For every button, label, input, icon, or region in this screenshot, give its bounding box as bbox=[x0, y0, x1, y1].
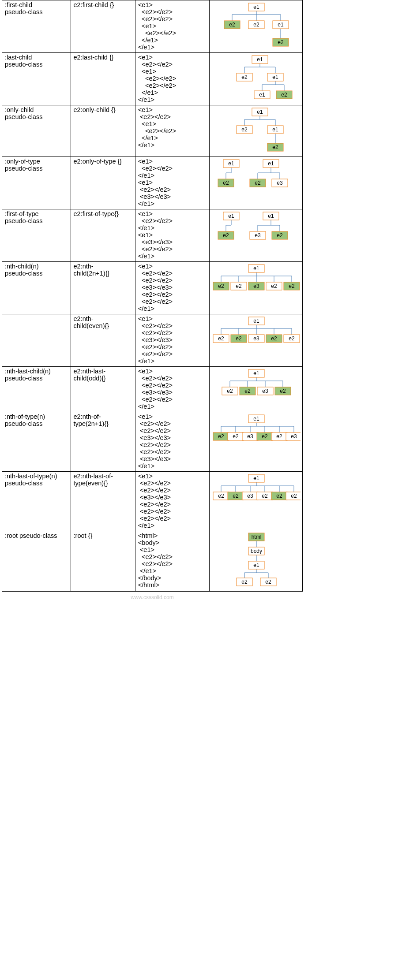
svg-text:e2: e2 bbox=[289, 335, 295, 342]
svg-text:e2: e2 bbox=[271, 335, 277, 342]
svg-text:e2: e2 bbox=[255, 180, 261, 186]
diagram-cell: e1e1e2e3e2 bbox=[209, 209, 302, 262]
svg-text:e2: e2 bbox=[241, 127, 248, 133]
svg-text:e2: e2 bbox=[218, 283, 224, 289]
diagram-cell: e1e2e2e3e2e2e3 bbox=[209, 412, 302, 472]
svg-text:e1: e1 bbox=[278, 22, 284, 28]
svg-text:e2: e2 bbox=[223, 232, 229, 238]
selector-name-cell: :only-of-type pseudo-class bbox=[2, 157, 71, 209]
table-row: :nth-child(n) pseudo-classe2:nth- child(… bbox=[2, 262, 303, 314]
markup-cell: <e1> <e2></e2> </e1> <e1> <e3></e3> <e2>… bbox=[135, 209, 209, 262]
table-row: :last-child pseudo-classe2:last-child {}… bbox=[2, 53, 303, 105]
selector-name-cell: :last-child pseudo-class bbox=[2, 53, 71, 105]
svg-text:e2: e2 bbox=[241, 74, 248, 80]
table-row: :only-child pseudo-classe2:only-child {}… bbox=[2, 105, 303, 157]
diagram-cell: e1e2e1e2 bbox=[209, 105, 302, 157]
svg-text:e1: e1 bbox=[253, 562, 259, 568]
table-row: :nth-last-child(n) pseudo-classe2:nth-la… bbox=[2, 367, 303, 412]
diagram-cell: e1e1e2e2e3 bbox=[209, 157, 302, 209]
svg-text:e3: e3 bbox=[262, 388, 268, 394]
syntax-cell: e2:only-of-type {} bbox=[71, 157, 135, 209]
svg-text:e1: e1 bbox=[253, 265, 259, 272]
svg-text:e3: e3 bbox=[255, 232, 261, 238]
table-row: e2:nth- child(even){}<e1> <e2></e2> <e2>… bbox=[2, 314, 303, 367]
svg-text:e2: e2 bbox=[218, 433, 224, 440]
syntax-cell: e2:only-child {} bbox=[71, 105, 135, 157]
diagram-cell: e1e2e2e1e2 bbox=[209, 0, 302, 53]
svg-text:e1: e1 bbox=[272, 127, 278, 133]
svg-text:e2: e2 bbox=[233, 433, 239, 440]
syntax-cell: e2:first-child {} bbox=[71, 0, 135, 53]
svg-text:e1: e1 bbox=[268, 213, 274, 219]
diagram-cell: e1e2e1e1e2 bbox=[209, 53, 302, 105]
syntax-cell: e2:nth- child(even){} bbox=[71, 314, 135, 367]
syntax-cell: :root {} bbox=[71, 531, 135, 592]
svg-text:e2: e2 bbox=[233, 493, 239, 499]
selector-name-cell: :nth-of-type(n) pseudo-class bbox=[2, 412, 71, 472]
svg-text:e1: e1 bbox=[272, 74, 278, 80]
selector-name-cell: :nth-child(n) pseudo-class bbox=[2, 262, 71, 314]
svg-text:body: body bbox=[251, 548, 262, 554]
selector-name-cell: :root pseudo-class bbox=[2, 531, 71, 592]
table-row: :first-of-type pseudo-classe2:first-of-t… bbox=[2, 209, 303, 262]
diagram-cell: e1e2e2e3e2e2e2 bbox=[209, 472, 302, 531]
svg-text:e3: e3 bbox=[253, 283, 259, 289]
svg-text:e1: e1 bbox=[257, 109, 263, 115]
svg-text:e2: e2 bbox=[265, 579, 271, 585]
svg-text:e2: e2 bbox=[280, 388, 286, 394]
selector-name-cell: :first-child pseudo-class bbox=[2, 0, 71, 53]
markup-cell: <e1> <e2></e2> <e1> <e2></e2> <e2></e2> … bbox=[135, 53, 209, 105]
svg-text:e2: e2 bbox=[223, 180, 229, 186]
svg-text:html: html bbox=[252, 534, 262, 540]
syntax-cell: e2:first-of-type{} bbox=[71, 209, 135, 262]
selector-name-cell: :nth-last-child(n) pseudo-class bbox=[2, 367, 71, 412]
markup-cell: <e1> <e2></e2> <e1> <e2></e2> </e1> </e1… bbox=[135, 105, 209, 157]
diagram-cell: e1e2e2e3e2e2 bbox=[209, 262, 302, 314]
svg-text:e2: e2 bbox=[281, 92, 287, 98]
table-row: :root pseudo-class:root {}<html> <body> … bbox=[2, 531, 303, 592]
table-row: :only-of-type pseudo-classe2:only-of-typ… bbox=[2, 157, 303, 209]
markup-cell: <e1> <e2></e2> <e2></e2> <e3></e3> <e2><… bbox=[135, 262, 209, 314]
svg-text:e3: e3 bbox=[253, 335, 259, 342]
svg-text:e3: e3 bbox=[247, 493, 253, 499]
svg-text:e2: e2 bbox=[276, 433, 282, 440]
table-row: :nth-of-type(n) pseudo-classe2:nth-of- t… bbox=[2, 412, 303, 472]
svg-text:e1: e1 bbox=[253, 416, 259, 422]
svg-text:e2: e2 bbox=[244, 388, 251, 394]
markup-cell: <e1> <e2></e2> <e2></e2> <e3></e3> <e2><… bbox=[135, 472, 209, 531]
svg-text:e3: e3 bbox=[291, 433, 297, 440]
syntax-cell: e2:nth- child(2n+1){} bbox=[71, 262, 135, 314]
svg-text:e1: e1 bbox=[257, 56, 263, 63]
selector-name-cell: :nth-last-of-type(n) pseudo-class bbox=[2, 472, 71, 531]
table-row: :first-child pseudo-classe2:first-child … bbox=[2, 0, 303, 53]
svg-text:e1: e1 bbox=[253, 475, 259, 481]
svg-text:e2: e2 bbox=[276, 493, 282, 499]
markup-cell: <e1> <e2></e2> <e2></e2> <e1> <e2></e2> … bbox=[135, 0, 209, 53]
svg-text:e2: e2 bbox=[253, 22, 259, 28]
svg-text:e2: e2 bbox=[236, 283, 242, 289]
svg-text:e2: e2 bbox=[236, 335, 242, 342]
syntax-cell: e2:nth-last-of- type(even){} bbox=[71, 472, 135, 531]
selector-reference-table: :first-child pseudo-classe2:first-child … bbox=[2, 0, 303, 592]
svg-text:e2: e2 bbox=[278, 39, 284, 45]
svg-text:e3: e3 bbox=[247, 433, 253, 440]
selector-name-cell bbox=[2, 314, 71, 367]
markup-cell: <e1> <e2></e2> <e2></e2> <e3></e3> <e2><… bbox=[135, 314, 209, 367]
svg-text:e1: e1 bbox=[259, 92, 265, 98]
diagram-cell: e1e2e2e3e2e2 bbox=[209, 314, 302, 367]
svg-text:e2: e2 bbox=[277, 232, 283, 238]
svg-text:e2: e2 bbox=[227, 388, 233, 394]
markup-cell: <e1> <e2></e2> <e2></e2> <e3></e3> <e2><… bbox=[135, 367, 209, 412]
markup-cell: <e1> <e2></e2> <e2></e2> <e3></e3> <e2><… bbox=[135, 412, 209, 472]
diagram-cell: e1e2e2e3e2 bbox=[209, 367, 302, 412]
diagram-cell: htmlbodye1e2e2 bbox=[209, 531, 302, 592]
svg-text:e1: e1 bbox=[228, 160, 234, 167]
svg-text:e1: e1 bbox=[228, 213, 234, 219]
svg-text:e1: e1 bbox=[253, 4, 259, 10]
svg-text:e2: e2 bbox=[271, 283, 277, 289]
svg-text:e1: e1 bbox=[268, 160, 274, 167]
svg-text:e1: e1 bbox=[253, 318, 259, 324]
table-row: :nth-last-of-type(n) pseudo-classe2:nth-… bbox=[2, 472, 303, 531]
svg-text:e2: e2 bbox=[272, 144, 278, 150]
selector-name-cell: :only-child pseudo-class bbox=[2, 105, 71, 157]
